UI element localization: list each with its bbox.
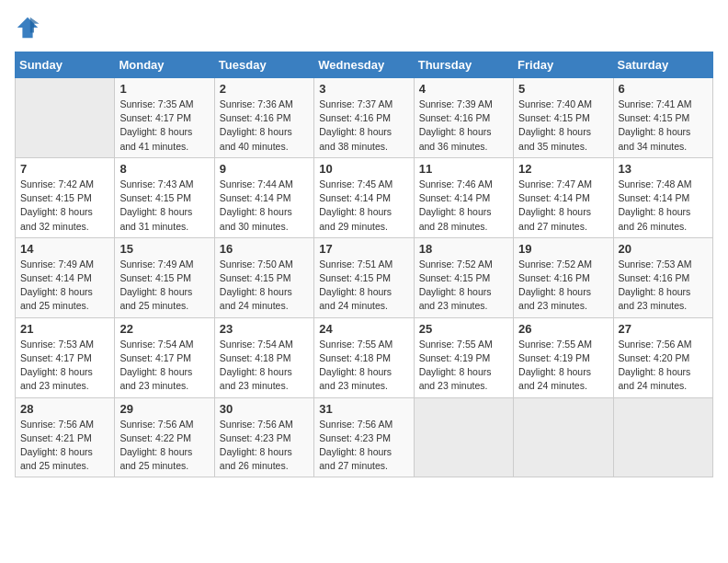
- calendar-cell: 1Sunrise: 7:35 AMSunset: 4:17 PMDaylight…: [115, 78, 214, 158]
- day-number: 3: [319, 82, 408, 96]
- page-header: [15, 15, 713, 40]
- calendar-cell: 7Sunrise: 7:42 AMSunset: 4:15 PMDaylight…: [16, 157, 115, 237]
- day-info: Sunrise: 7:53 AMSunset: 4:17 PMDaylight:…: [20, 338, 109, 394]
- calendar-cell: 8Sunrise: 7:43 AMSunset: 4:15 PMDaylight…: [115, 157, 214, 237]
- calendar-cell: 6Sunrise: 7:41 AMSunset: 4:15 PMDaylight…: [613, 78, 712, 158]
- header-day-sunday: Sunday: [16, 52, 115, 78]
- day-info: Sunrise: 7:52 AMSunset: 4:16 PMDaylight:…: [518, 258, 608, 314]
- calendar-cell: 10Sunrise: 7:45 AMSunset: 4:14 PMDayligh…: [314, 157, 414, 237]
- day-number: 24: [319, 322, 408, 336]
- calendar-cell: [16, 78, 115, 158]
- calendar-cell: 27Sunrise: 7:56 AMSunset: 4:20 PMDayligh…: [613, 317, 712, 397]
- day-number: 13: [619, 162, 708, 176]
- day-info: Sunrise: 7:46 AMSunset: 4:14 PMDaylight:…: [419, 178, 508, 234]
- day-number: 21: [20, 322, 109, 336]
- calendar-cell: 18Sunrise: 7:52 AMSunset: 4:15 PMDayligh…: [414, 237, 513, 317]
- calendar-cell: 26Sunrise: 7:55 AMSunset: 4:19 PMDayligh…: [514, 317, 613, 397]
- calendar-cell: 15Sunrise: 7:49 AMSunset: 4:15 PMDayligh…: [115, 237, 214, 317]
- day-info: Sunrise: 7:49 AMSunset: 4:14 PMDaylight:…: [20, 258, 109, 314]
- day-info: Sunrise: 7:42 AMSunset: 4:15 PMDaylight:…: [20, 178, 109, 234]
- day-number: 22: [119, 322, 209, 336]
- calendar-cell: [414, 397, 513, 477]
- calendar-cell: 24Sunrise: 7:55 AMSunset: 4:18 PMDayligh…: [314, 317, 414, 397]
- day-info: Sunrise: 7:43 AMSunset: 4:15 PMDaylight:…: [119, 178, 209, 234]
- day-number: 11: [419, 162, 508, 176]
- day-info: Sunrise: 7:37 AMSunset: 4:16 PMDaylight:…: [319, 98, 408, 154]
- header-day-saturday: Saturday: [613, 52, 712, 78]
- calendar-cell: 22Sunrise: 7:54 AMSunset: 4:17 PMDayligh…: [115, 317, 214, 397]
- day-number: 29: [119, 402, 209, 416]
- calendar-cell: 30Sunrise: 7:56 AMSunset: 4:23 PMDayligh…: [214, 397, 313, 477]
- day-number: 19: [518, 242, 608, 256]
- day-info: Sunrise: 7:56 AMSunset: 4:21 PMDaylight:…: [20, 418, 109, 474]
- day-info: Sunrise: 7:56 AMSunset: 4:23 PMDaylight:…: [220, 418, 309, 474]
- day-number: 31: [319, 402, 408, 416]
- day-number: 10: [319, 162, 408, 176]
- day-number: 28: [20, 402, 109, 416]
- day-number: 5: [518, 82, 608, 96]
- svg-marker-0: [17, 17, 38, 38]
- calendar-week-4: 21Sunrise: 7:53 AMSunset: 4:17 PMDayligh…: [16, 317, 713, 397]
- calendar-cell: 13Sunrise: 7:48 AMSunset: 4:14 PMDayligh…: [613, 157, 712, 237]
- calendar-cell: 5Sunrise: 7:40 AMSunset: 4:15 PMDaylight…: [514, 78, 613, 158]
- day-number: 27: [619, 322, 708, 336]
- day-info: Sunrise: 7:35 AMSunset: 4:17 PMDaylight:…: [119, 98, 209, 154]
- calendar-cell: 25Sunrise: 7:55 AMSunset: 4:19 PMDayligh…: [414, 317, 513, 397]
- day-number: 15: [119, 242, 209, 256]
- day-info: Sunrise: 7:45 AMSunset: 4:14 PMDaylight:…: [319, 178, 408, 234]
- day-info: Sunrise: 7:48 AMSunset: 4:14 PMDaylight:…: [619, 178, 708, 234]
- header-day-tuesday: Tuesday: [214, 52, 313, 78]
- day-info: Sunrise: 7:56 AMSunset: 4:23 PMDaylight:…: [319, 418, 408, 474]
- calendar-cell: 21Sunrise: 7:53 AMSunset: 4:17 PMDayligh…: [16, 317, 115, 397]
- day-info: Sunrise: 7:54 AMSunset: 4:17 PMDaylight:…: [119, 338, 209, 394]
- calendar-cell: 29Sunrise: 7:56 AMSunset: 4:22 PMDayligh…: [115, 397, 214, 477]
- day-info: Sunrise: 7:55 AMSunset: 4:18 PMDaylight:…: [319, 338, 408, 394]
- logo: [15, 15, 42, 40]
- day-number: 16: [220, 242, 309, 256]
- header-day-monday: Monday: [115, 52, 214, 78]
- day-info: Sunrise: 7:47 AMSunset: 4:14 PMDaylight:…: [518, 178, 608, 234]
- calendar-cell: 3Sunrise: 7:37 AMSunset: 4:16 PMDaylight…: [314, 78, 414, 158]
- day-number: 17: [319, 242, 408, 256]
- day-number: 18: [419, 242, 508, 256]
- calendar-cell: 12Sunrise: 7:47 AMSunset: 4:14 PMDayligh…: [514, 157, 613, 237]
- calendar-cell: 20Sunrise: 7:53 AMSunset: 4:16 PMDayligh…: [613, 237, 712, 317]
- day-info: Sunrise: 7:50 AMSunset: 4:15 PMDaylight:…: [220, 258, 309, 314]
- calendar-cell: 19Sunrise: 7:52 AMSunset: 4:16 PMDayligh…: [514, 237, 613, 317]
- calendar-cell: 28Sunrise: 7:56 AMSunset: 4:21 PMDayligh…: [16, 397, 115, 477]
- day-info: Sunrise: 7:54 AMSunset: 4:18 PMDaylight:…: [220, 338, 309, 394]
- calendar-cell: [514, 397, 613, 477]
- day-number: 26: [518, 322, 608, 336]
- day-number: 14: [20, 242, 109, 256]
- calendar-week-2: 7Sunrise: 7:42 AMSunset: 4:15 PMDaylight…: [16, 157, 713, 237]
- calendar-cell: 9Sunrise: 7:44 AMSunset: 4:14 PMDaylight…: [214, 157, 313, 237]
- calendar-table: SundayMondayTuesdayWednesdayThursdayFrid…: [15, 52, 713, 477]
- day-number: 20: [619, 242, 708, 256]
- day-number: 23: [220, 322, 309, 336]
- day-info: Sunrise: 7:51 AMSunset: 4:15 PMDaylight:…: [319, 258, 408, 314]
- calendar-cell: 16Sunrise: 7:50 AMSunset: 4:15 PMDayligh…: [214, 237, 313, 317]
- calendar-week-5: 28Sunrise: 7:56 AMSunset: 4:21 PMDayligh…: [16, 397, 713, 477]
- calendar-cell: 4Sunrise: 7:39 AMSunset: 4:16 PMDaylight…: [414, 78, 513, 158]
- day-info: Sunrise: 7:52 AMSunset: 4:15 PMDaylight:…: [419, 258, 508, 314]
- header-day-wednesday: Wednesday: [314, 52, 414, 78]
- calendar-cell: 17Sunrise: 7:51 AMSunset: 4:15 PMDayligh…: [314, 237, 414, 317]
- day-info: Sunrise: 7:56 AMSunset: 4:22 PMDaylight:…: [119, 418, 209, 474]
- day-number: 8: [119, 162, 209, 176]
- day-info: Sunrise: 7:55 AMSunset: 4:19 PMDaylight:…: [419, 338, 508, 394]
- logo-icon: [15, 15, 40, 40]
- day-info: Sunrise: 7:49 AMSunset: 4:15 PMDaylight:…: [119, 258, 209, 314]
- day-number: 2: [220, 82, 309, 96]
- day-number: 25: [419, 322, 508, 336]
- day-number: 12: [518, 162, 608, 176]
- calendar-cell: 23Sunrise: 7:54 AMSunset: 4:18 PMDayligh…: [214, 317, 313, 397]
- header-day-friday: Friday: [514, 52, 613, 78]
- header-day-thursday: Thursday: [414, 52, 513, 78]
- day-info: Sunrise: 7:56 AMSunset: 4:20 PMDaylight:…: [619, 338, 708, 394]
- day-info: Sunrise: 7:36 AMSunset: 4:16 PMDaylight:…: [220, 98, 309, 154]
- day-number: 4: [419, 82, 508, 96]
- day-info: Sunrise: 7:39 AMSunset: 4:16 PMDaylight:…: [419, 98, 508, 154]
- calendar-cell: 2Sunrise: 7:36 AMSunset: 4:16 PMDaylight…: [214, 78, 313, 158]
- day-number: 1: [119, 82, 209, 96]
- calendar-cell: 31Sunrise: 7:56 AMSunset: 4:23 PMDayligh…: [314, 397, 414, 477]
